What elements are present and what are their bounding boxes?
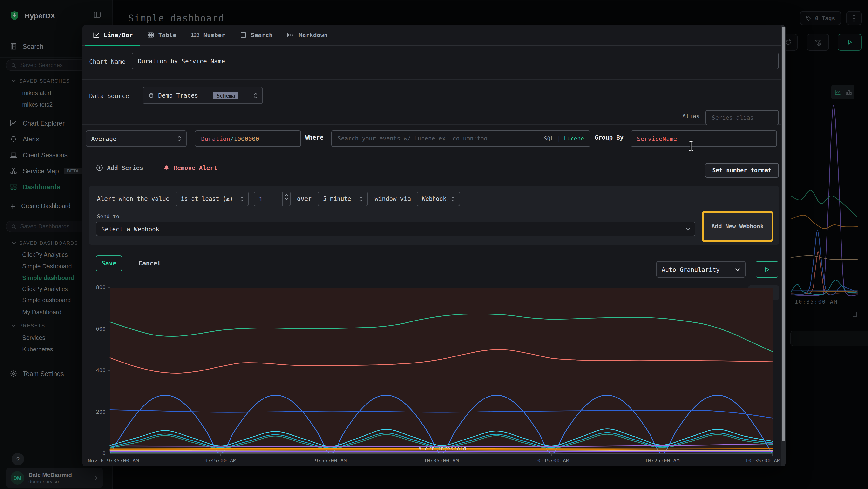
y-axis-label: 600	[86, 326, 105, 332]
tab-search[interactable]: Search	[232, 25, 280, 46]
spinner-up-icon[interactable]	[285, 194, 288, 196]
x-axis-label: Nov 6 9:35:00 AM	[88, 458, 139, 464]
aggregation-select[interactable]: Average	[86, 130, 187, 147]
modal-divider	[83, 124, 785, 124]
remove-alert-label: Remove Alert	[174, 164, 217, 171]
webhook-select-value: Select a Webhook	[101, 225, 159, 232]
tab-markdown[interactable]: Markdown	[280, 25, 335, 46]
alias-input[interactable]: Series alias	[706, 110, 779, 125]
spinner-down-icon[interactable]	[285, 198, 288, 200]
tab-line-bar[interactable]: Line/Bar	[85, 25, 140, 46]
modal-divider	[83, 79, 785, 80]
cancel-button[interactable]: Cancel	[138, 255, 161, 271]
updown-chevrons-icon	[359, 196, 363, 202]
where-search-input[interactable]: Search your events w/ Lucene ex. column:…	[331, 130, 590, 147]
alert-channel-select[interactable]: Webhook	[416, 192, 460, 206]
where-placeholder: Search your events w/ Lucene ex. column:…	[338, 135, 487, 142]
window-via-label: window via	[375, 195, 411, 202]
updown-chevrons-icon	[254, 92, 257, 99]
updown-chevrons-icon	[452, 196, 455, 202]
alert-operator-select[interactable]: is at least (≥)	[176, 192, 249, 206]
add-new-webhook-button[interactable]: Add New Webhook	[704, 213, 772, 240]
alert-threshold-label: Alert Threshold	[418, 445, 466, 452]
number-spinner[interactable]	[282, 192, 290, 206]
updown-chevrons-icon	[240, 196, 244, 202]
field-token: 1000000	[234, 135, 259, 142]
text-cursor	[688, 140, 694, 151]
chart-name-label: Chart Name	[89, 58, 126, 65]
y-axis-label: 200	[86, 409, 105, 415]
updown-chevrons-icon	[178, 135, 181, 142]
lucene-toggle[interactable]: Lucene	[564, 135, 584, 142]
plot-background	[110, 288, 773, 454]
modal-scrollbar-thumb[interactable]	[782, 27, 785, 441]
chart-name-input[interactable]: Duration by Service Name	[132, 53, 779, 69]
tab-table[interactable]: Table	[140, 25, 184, 46]
field-expression-input[interactable]: Duration/1000000	[195, 130, 301, 147]
edit-chart-modal: Line/Bar Table 123 Number Search Markdow…	[83, 25, 785, 466]
add-series-button[interactable]: Add Series	[96, 164, 144, 171]
add-series-label: Add Series	[107, 164, 144, 171]
tab-number[interactable]: 123 Number	[184, 25, 232, 46]
alert-config-panel: Alert when the value is at least (≥) 1 o…	[89, 186, 779, 245]
chevron-down-icon	[735, 267, 740, 272]
x-axis-label: 10:15:00 AM	[534, 458, 569, 464]
field-token: /	[230, 135, 234, 142]
toggle-separator: |	[557, 135, 561, 142]
x-axis-label: 10:05:00 AM	[424, 458, 459, 464]
table-icon	[147, 31, 154, 39]
x-axis-labels: Nov 6 9:35:00 AM9:45:00 AM9:55:00 AM10:0…	[110, 458, 773, 464]
group-by-label: Group By	[595, 134, 623, 141]
sql-toggle[interactable]: SQL	[544, 135, 554, 142]
group-by-input[interactable]: ServiceName	[631, 130, 777, 147]
modal-scrollbar[interactable]	[781, 25, 785, 466]
tab-label: Table	[158, 31, 176, 39]
tutorial-highlight-frame: Add New Webhook	[702, 211, 774, 242]
tab-label: Number	[204, 31, 225, 39]
line-chart-icon	[93, 31, 100, 39]
data-source-select[interactable]: Demo Traces Schema	[143, 87, 263, 104]
remove-alert-button[interactable]: Remove Alert	[163, 164, 217, 171]
over-label: over	[297, 195, 311, 202]
tab-label: Line/Bar	[104, 31, 133, 39]
database-icon	[148, 92, 154, 99]
preview-chart-svg: Alert Threshold	[110, 288, 773, 454]
aggregation-value: Average	[91, 135, 117, 142]
bell-icon	[163, 164, 170, 171]
send-to-label: Send to	[97, 213, 119, 220]
x-axis-label: 9:45:00 AM	[205, 458, 236, 464]
alert-window-select[interactable]: 5 minute	[318, 192, 368, 206]
markdown-icon	[287, 31, 294, 39]
schema-badge: Schema	[213, 91, 239, 99]
y-axis-label: 800	[86, 284, 105, 291]
x-axis-label: 10:25:00 AM	[645, 458, 680, 464]
number-123-icon: 123	[191, 32, 199, 38]
tab-label: Markdown	[299, 31, 328, 39]
set-number-format-button[interactable]: Set number format	[705, 163, 779, 178]
y-axis-label: 0	[86, 450, 105, 457]
chart-type-tabs: Line/Bar Table 123 Number Search Markdow…	[83, 25, 785, 46]
alias-label: Alias	[637, 113, 700, 120]
alert-threshold-input[interactable]: 1	[254, 192, 291, 206]
alert-prefix-label: Alert when the value	[97, 195, 169, 202]
plus-circle-icon	[96, 164, 103, 171]
tab-label: Search	[251, 31, 273, 39]
y-axis-label: 400	[86, 367, 105, 374]
data-source-value: Demo Traces	[158, 92, 198, 99]
y-axis-labels: 0200400600800	[86, 288, 105, 454]
query-language-toggle[interactable]: SQL | Lucene	[544, 135, 584, 142]
data-source-label: Data Source	[89, 92, 129, 99]
play-icon	[764, 266, 770, 272]
granularity-select[interactable]: Auto Granularity	[656, 261, 745, 278]
x-axis-label: 9:55:00 AM	[315, 458, 347, 464]
save-button[interactable]: Save	[96, 255, 122, 271]
where-label: Where	[305, 134, 323, 141]
webhook-select[interactable]: Select a Webhook	[96, 222, 695, 236]
run-chart-button[interactable]	[756, 261, 778, 278]
field-token: Duration	[201, 135, 230, 142]
search-list-icon	[240, 31, 247, 39]
x-axis-label: 10:35:00 AM	[745, 458, 780, 464]
app-root: HyperDX Search Saved Searches SAVED SEAR…	[0, 0, 868, 489]
preview-chart: Alert Threshold	[110, 288, 773, 454]
chevron-down-icon	[686, 227, 690, 231]
